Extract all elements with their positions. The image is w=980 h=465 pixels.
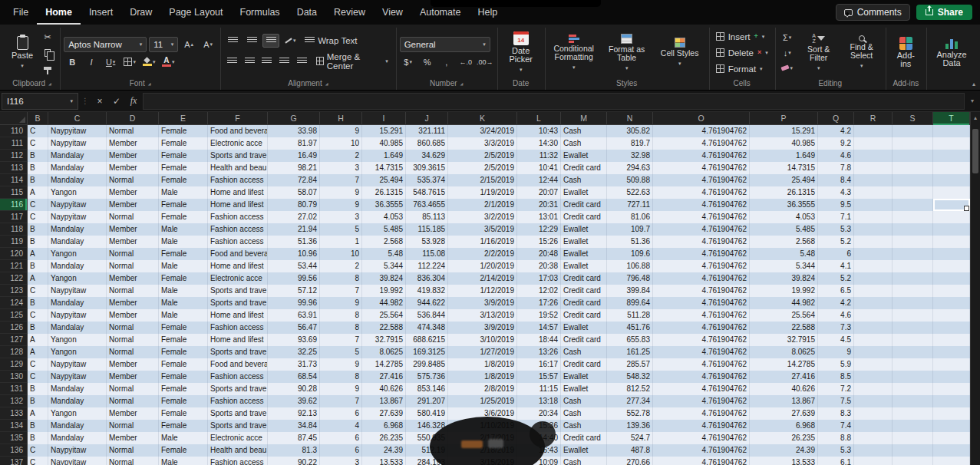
cell-B115[interactable]: A xyxy=(28,186,48,199)
menu-tab-data[interactable]: Data xyxy=(289,0,325,25)
cell-B117[interactable]: C xyxy=(28,211,48,223)
cell-T127[interactable] xyxy=(933,334,970,346)
cell-R122[interactable] xyxy=(854,272,893,285)
row-header-124[interactable]: 124 xyxy=(0,297,28,309)
cell-S121[interactable] xyxy=(893,260,933,272)
column-header-B[interactable]: B xyxy=(28,112,48,125)
cell-L126[interactable]: 14:57 xyxy=(517,322,561,334)
font-color-button[interactable]: A▾ xyxy=(160,55,177,69)
cell-G129[interactable]: 31.73 xyxy=(268,358,320,371)
cell-F122[interactable]: Electronic acce xyxy=(208,272,268,285)
cell-F134[interactable]: Sports and trave xyxy=(208,420,268,432)
cell-S129[interactable] xyxy=(893,358,933,371)
cell-J128[interactable]: 169.3125 xyxy=(406,346,448,358)
cell-G131[interactable]: 90.28 xyxy=(268,383,320,395)
cell-M111[interactable]: Cash xyxy=(561,137,607,150)
cell-P127[interactable]: 32.7915 xyxy=(750,334,818,346)
row-header-116[interactable]: 116 xyxy=(0,199,28,211)
cell-F121[interactable]: Home and lifest xyxy=(208,260,268,272)
cell-J125[interactable]: 536.844 xyxy=(406,309,448,322)
increase-indent-button[interactable] xyxy=(295,54,310,68)
increase-decimal-button[interactable]: .00→ xyxy=(477,55,493,69)
cell-P110[interactable]: 15.291 xyxy=(750,125,818,137)
cell-D115[interactable]: Member xyxy=(107,186,159,199)
cell-M118[interactable]: Ewallet xyxy=(561,223,607,236)
row-header-110[interactable]: 110 xyxy=(0,125,28,137)
row-header-119[interactable]: 119 xyxy=(0,236,28,248)
cell-Q127[interactable]: 4.5 xyxy=(818,334,854,346)
cell-B129[interactable]: C xyxy=(28,358,48,371)
cell-N122[interactable]: 796.48 xyxy=(607,272,653,285)
cell-G122[interactable]: 99.56 xyxy=(268,272,320,285)
cell-E116[interactable]: Female xyxy=(159,199,208,211)
cell-F116[interactable]: Home and lifest xyxy=(208,199,268,211)
cell-R126[interactable] xyxy=(854,322,893,334)
cell-L123[interactable]: 12:02 xyxy=(517,285,561,297)
cell-I113[interactable]: 14.7315 xyxy=(362,162,406,174)
cell-C125[interactable]: Naypyitaw xyxy=(48,309,107,322)
cell-G116[interactable]: 80.79 xyxy=(268,199,320,211)
cell-F114[interactable]: Fashion access xyxy=(208,174,268,186)
cell-G119[interactable]: 51.36 xyxy=(268,236,320,248)
cell-D122[interactable]: Member xyxy=(107,272,159,285)
column-header-R[interactable]: R xyxy=(854,112,893,125)
fill-button[interactable]: ↓▾ xyxy=(779,46,796,60)
cell-B125[interactable]: C xyxy=(28,309,48,322)
cell-E114[interactable]: Female xyxy=(159,174,208,186)
cell-P136[interactable]: 24.39 xyxy=(750,444,818,457)
cell-C123[interactable]: Naypyitaw xyxy=(48,285,107,297)
cell-M121[interactable]: Ewallet xyxy=(561,260,607,272)
row-header-122[interactable]: 122 xyxy=(0,272,28,285)
cell-T121[interactable] xyxy=(933,260,970,272)
cell-B134[interactable]: B xyxy=(28,420,48,432)
cell-J130[interactable]: 575.736 xyxy=(406,371,448,383)
cell-T112[interactable] xyxy=(933,150,970,162)
cell-Q112[interactable]: 4.6 xyxy=(818,150,854,162)
cell-N126[interactable]: 451.76 xyxy=(607,322,653,334)
cell-T137[interactable] xyxy=(933,457,970,465)
cell-R134[interactable] xyxy=(854,420,893,432)
cell-S117[interactable] xyxy=(893,211,933,223)
cell-T124[interactable] xyxy=(933,297,970,309)
cell-I121[interactable]: 5.344 xyxy=(362,260,406,272)
cell-S125[interactable] xyxy=(893,309,933,322)
cell-E119[interactable]: Male xyxy=(159,236,208,248)
addins-button[interactable]: Add-ins xyxy=(889,28,922,78)
cell-T128[interactable] xyxy=(933,346,970,358)
cell-F111[interactable]: Electronic acce xyxy=(208,137,268,150)
cell-I125[interactable]: 25.564 xyxy=(362,309,406,322)
cell-C135[interactable]: Mandalay xyxy=(48,432,107,444)
cell-N129[interactable]: 285.57 xyxy=(607,358,653,371)
menu-tab-review[interactable]: Review xyxy=(325,0,374,25)
cell-K126[interactable]: 3/9/2019 xyxy=(448,322,517,334)
cell-O130[interactable]: 4.761904762 xyxy=(653,371,750,383)
cell-R125[interactable] xyxy=(854,309,893,322)
cell-D120[interactable]: Normal xyxy=(107,248,159,260)
cell-J114[interactable]: 535.374 xyxy=(406,174,448,186)
cell-E135[interactable]: Male xyxy=(159,432,208,444)
cell-P116[interactable]: 36.3555 xyxy=(750,199,818,211)
cell-C128[interactable]: Yangon xyxy=(48,346,107,358)
align-middle-button[interactable] xyxy=(243,34,260,48)
cell-D112[interactable]: Member xyxy=(107,150,159,162)
column-header-E[interactable]: E xyxy=(159,112,208,125)
cell-O121[interactable]: 4.761904762 xyxy=(653,260,750,272)
cell-B126[interactable]: B xyxy=(28,322,48,334)
column-header-T[interactable]: T xyxy=(933,112,970,125)
cell-S137[interactable] xyxy=(893,457,933,465)
cell-G120[interactable]: 10.96 xyxy=(268,248,320,260)
cell-H135[interactable]: 6 xyxy=(320,432,362,444)
cell-Q115[interactable]: 4.3 xyxy=(818,186,854,199)
cell-R136[interactable] xyxy=(854,444,893,457)
cell-N111[interactable]: 819.7 xyxy=(607,137,653,150)
cell-O131[interactable]: 4.761904762 xyxy=(653,383,750,395)
cell-T117[interactable] xyxy=(933,211,970,223)
cell-N133[interactable]: 552.78 xyxy=(607,407,653,420)
cell-T129[interactable] xyxy=(933,358,970,371)
cell-D127[interactable]: Normal xyxy=(107,334,159,346)
cell-O137[interactable]: 4.761904762 xyxy=(653,457,750,465)
column-header-S[interactable]: S xyxy=(893,112,933,125)
cell-S119[interactable] xyxy=(893,236,933,248)
cell-M117[interactable]: Credit card xyxy=(561,211,607,223)
cell-E134[interactable]: Female xyxy=(159,420,208,432)
